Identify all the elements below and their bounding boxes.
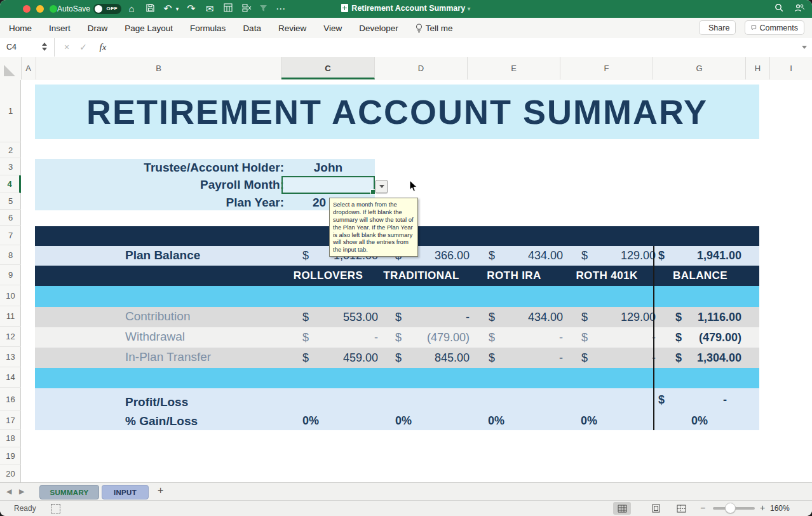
cell-transfer-total[interactable]: $1,304.00 [675,348,741,368]
cell-transfer-roth-ira[interactable]: $- [489,348,563,368]
status-ready: Ready [14,504,36,513]
insert-function-icon[interactable]: fx [97,38,109,57]
plan-balance-label[interactable]: Plan Balance [125,248,200,262]
row-header-10[interactable]: 10 [0,285,21,306]
tab-insert[interactable]: Insert [49,24,71,33]
tab-data[interactable]: Data [243,24,261,33]
month-dropdown-button[interactable] [376,180,388,193]
tab-view[interactable]: View [323,24,342,33]
col-header-d[interactable]: D [375,57,468,79]
zoom-out-icon[interactable]: − [700,503,705,513]
people-icon[interactable] [793,2,806,16]
row-header-14[interactable]: 14 [0,367,21,388]
tab-page-layout[interactable]: Page Layout [125,24,173,33]
profit-loss-label[interactable]: Profit/Loss [125,395,188,409]
sheet-title: RETIREMENT ACCOUNT SUMMARY [35,85,759,139]
zoom-level[interactable]: 160% [770,504,790,513]
cell-contribution-rollovers[interactable]: $553.00 [302,307,378,327]
cancel-icon[interactable]: × [61,38,72,57]
cell-transfer-traditional[interactable]: $845.00 [395,348,470,368]
comments-button[interactable]: Comments [745,20,804,35]
tab-developer[interactable]: Developer [359,24,398,33]
contribution-label[interactable]: Contribution [125,309,190,323]
tab-formulas[interactable]: Formulas [190,24,226,33]
cell-withdrawal-traditional[interactable]: $(479.00) [395,327,470,348]
col-header-g[interactable]: G [653,57,746,79]
add-sheet-button[interactable]: + [158,485,163,496]
cell-gain-rollovers[interactable]: 0% [273,414,349,428]
row-header-11[interactable]: 11 [0,306,21,327]
cell-transfer-rollovers[interactable]: $459.00 [302,348,378,368]
row-header-13[interactable]: 13 [0,347,21,367]
cell-plan-balance-total[interactable]: $1,941.00 [658,246,741,266]
formula-input[interactable] [118,38,797,57]
cell-gain-roth-ira[interactable]: 0% [458,414,534,428]
row-header-18[interactable]: 18 [0,430,21,447]
cell-gain-traditional[interactable]: 0% [365,414,442,428]
zoom-slider-thumb[interactable] [725,503,736,513]
col-header-a[interactable]: A [21,57,36,79]
page-break-view-button[interactable] [672,502,690,515]
row-header-3[interactable]: 3 [0,158,21,175]
row-header-20[interactable]: 20 [0,465,21,482]
trustee-value[interactable]: John [281,161,375,175]
tab-draw[interactable]: Draw [88,24,108,33]
row-header-12[interactable]: 12 [0,327,21,347]
tell-me[interactable]: Tell me [416,24,453,33]
cell-profit-loss-total[interactable]: $- [658,390,727,410]
share-button[interactable]: Share [699,20,736,35]
cell-withdrawal-roth-ira[interactable]: $- [489,327,563,348]
normal-view-button[interactable] [613,502,631,515]
next-sheet-icon[interactable]: ▶ [19,487,24,496]
selected-cell-c4[interactable] [281,176,375,194]
row-header-5[interactable]: 5 [0,193,21,210]
cell-withdrawal-rollovers[interactable]: $- [302,327,378,348]
cell-plan-balance-roth-401k[interactable]: $129.00 [581,246,656,266]
name-box-stepper[interactable] [42,43,48,53]
sheet-tab-summary[interactable]: SUMMARY [39,485,99,499]
cell-contribution-roth-401k[interactable]: $129.00 [581,307,656,327]
in-plan-transfer-label[interactable]: In-Plan Transfer [125,350,211,364]
col-header-h[interactable]: H [746,57,770,79]
select-all-corner[interactable] [0,57,22,79]
plan-year-value[interactable]: 20 [313,196,326,210]
formula-bar-expand-icon[interactable] [802,46,807,49]
row-header-7[interactable]: 7 [0,226,21,245]
document-title[interactable]: Retirement Account Summary ▾ [0,4,812,13]
search-icon[interactable] [773,2,785,16]
withdrawal-label[interactable]: Withdrawal [125,330,185,344]
cell-plan-balance-roth-ira[interactable]: $434.00 [489,246,563,266]
cell-contribution-total[interactable]: $1,116.00 [675,307,741,327]
cell-gain-total[interactable]: 0% [661,414,738,428]
tab-home[interactable]: Home [9,24,32,33]
row-header-19[interactable]: 19 [0,447,21,465]
row-header-9[interactable]: 9 [0,265,21,285]
row-header-6[interactable]: 6 [0,210,21,226]
cell-gain-roth-401k[interactable]: 0% [551,414,627,428]
col-header-f[interactable]: F [560,57,653,79]
enter-icon[interactable]: ✓ [78,38,89,57]
row-header-17[interactable]: 17 [0,411,21,430]
row-headers: 1 2 3 4 5 6 7 8 9 10 11 12 13 14 16 17 1… [0,80,21,482]
col-header-i[interactable]: I [770,57,812,79]
row-header-2[interactable]: 2 [0,142,21,158]
col-header-c[interactable]: C [281,57,375,79]
gain-loss-label[interactable]: % Gain/Loss [125,414,198,428]
cell-withdrawal-total[interactable]: $(479.00) [675,327,741,348]
sheet-tab-input[interactable]: INPUT [102,485,149,499]
row-header-16[interactable]: 16 [0,388,21,411]
cell-contribution-roth-ira[interactable]: $434.00 [489,307,563,327]
col-header-b[interactable]: B [36,57,281,79]
row-header-8[interactable]: 8 [0,245,21,265]
cell-contribution-traditional[interactable]: $- [395,307,470,327]
fill-handle[interactable] [370,189,376,194]
cell-withdrawal-roth-401k[interactable]: $- [581,327,656,348]
tab-review[interactable]: Review [278,24,306,33]
row-header-4[interactable]: 4 [0,175,21,193]
zoom-in-icon[interactable]: + [760,503,765,513]
prev-sheet-icon[interactable]: ◀ [6,487,11,496]
cell-transfer-roth-401k[interactable]: $- [581,348,656,368]
page-layout-view-button[interactable] [647,502,665,515]
col-header-e[interactable]: E [468,57,560,79]
row-header-1[interactable]: 1 [0,80,21,142]
